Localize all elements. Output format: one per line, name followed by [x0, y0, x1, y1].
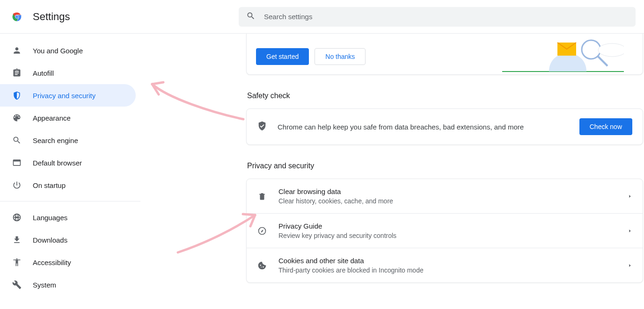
svg-point-3 — [15, 15, 18, 18]
sidebar-item-label: Accessibility — [33, 259, 71, 266]
row-clear-browsing-data[interactable]: Clear browsing data Clear history, cooki… — [247, 179, 643, 214]
main-content: Get started No thanks Safety — [140, 34, 644, 309]
wrench-icon — [11, 279, 22, 290]
sidebar-item-label: System — [33, 281, 56, 289]
sidebar-item-label: Autofill — [33, 69, 54, 77]
privacy-section-title: Privacy and security — [247, 162, 643, 170]
sidebar-item-you-and-google[interactable]: You and Google — [0, 39, 136, 62]
sidebar-item-privacy-and-security[interactable]: Privacy and security — [0, 84, 136, 107]
svg-line-7 — [598, 56, 607, 66]
sidebar: You and Google Autofill Privacy and secu… — [0, 34, 140, 309]
no-thanks-button[interactable]: No thanks — [315, 48, 366, 65]
globe-icon — [11, 212, 22, 223]
check-now-button[interactable]: Check now — [579, 118, 632, 135]
header: Settings — [0, 0, 644, 34]
sidebar-item-default-browser[interactable]: Default browser — [0, 151, 136, 174]
svg-point-8 — [598, 43, 624, 57]
sidebar-item-autofill[interactable]: Autofill — [0, 62, 136, 84]
clipboard-icon — [11, 67, 22, 79]
page-title: Settings — [33, 11, 70, 23]
sidebar-item-label: Default browser — [33, 159, 82, 167]
sidebar-item-label: Search engine — [33, 137, 78, 144]
shield-check-icon — [257, 121, 267, 133]
chevron-right-icon — [628, 227, 632, 235]
privacy-guide-promo-card: Get started No thanks — [246, 34, 643, 75]
sidebar-item-languages[interactable]: Languages — [0, 206, 136, 229]
power-icon — [11, 180, 22, 191]
sidebar-item-label: Languages — [33, 214, 67, 222]
sidebar-item-label: On startup — [33, 181, 66, 189]
safety-check-card: Chrome can help keep you safe from data … — [246, 108, 643, 145]
compass-icon — [257, 226, 267, 236]
shield-icon — [11, 90, 22, 101]
cookie-icon — [257, 261, 267, 270]
row-title: Privacy Guide — [278, 222, 628, 230]
safety-check-section-title: Safety check — [247, 92, 643, 100]
row-subtitle: Third-party cookies are blocked in Incog… — [278, 266, 628, 274]
person-icon — [11, 45, 22, 56]
sidebar-item-label: You and Google — [33, 47, 83, 55]
sidebar-item-downloads[interactable]: Downloads — [0, 229, 136, 251]
sidebar-divider — [0, 201, 140, 201]
search-icon — [246, 11, 256, 22]
sidebar-item-system[interactable]: System — [0, 273, 136, 296]
sidebar-item-accessibility[interactable]: Accessibility — [0, 251, 136, 273]
chrome-logo-icon — [10, 10, 23, 23]
row-privacy-guide[interactable]: Privacy Guide Review key privacy and sec… — [247, 214, 643, 248]
row-subtitle: Clear history, cookies, cache, and more — [278, 197, 628, 205]
download-icon — [11, 234, 22, 245]
sidebar-item-on-startup[interactable]: On startup — [0, 174, 136, 196]
palette-icon — [11, 112, 22, 123]
row-subtitle: Review key privacy and security controls — [278, 232, 628, 239]
trash-icon — [257, 192, 267, 201]
row-title: Clear browsing data — [278, 187, 628, 195]
search-box[interactable] — [239, 7, 636, 27]
sidebar-item-appearance[interactable]: Appearance — [0, 107, 136, 129]
safety-check-text: Chrome can help keep you safe from data … — [278, 123, 579, 131]
guide-illustration-icon — [502, 34, 624, 74]
search-icon — [11, 135, 22, 146]
accessibility-icon — [11, 257, 22, 268]
privacy-list-card: Clear browsing data Clear history, cooki… — [246, 179, 643, 283]
search-input[interactable] — [264, 13, 628, 21]
sidebar-item-label: Downloads — [33, 236, 67, 244]
sidebar-item-label: Appearance — [33, 114, 71, 122]
get-started-button[interactable]: Get started — [256, 48, 309, 65]
chevron-right-icon — [628, 192, 632, 201]
chevron-right-icon — [628, 261, 632, 270]
sidebar-item-label: Privacy and security — [33, 92, 95, 100]
sidebar-item-search-engine[interactable]: Search engine — [0, 129, 136, 151]
row-cookies[interactable]: Cookies and other site data Third-party … — [247, 248, 643, 282]
row-title: Cookies and other site data — [278, 257, 628, 265]
browser-icon — [11, 157, 22, 168]
